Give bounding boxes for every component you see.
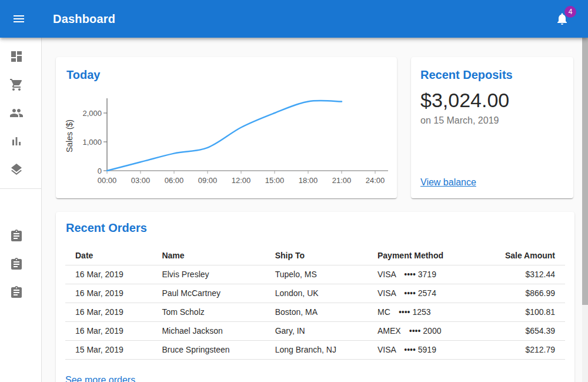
- sidebar-item-reports[interactable]: [0, 127, 41, 155]
- sidebar-item-customers[interactable]: [0, 99, 41, 127]
- svg-text:0: 0: [98, 167, 102, 175]
- table-cell: Gary, IN: [266, 321, 368, 340]
- appbar: Dashboard 4: [0, 0, 588, 38]
- table-header-cell: Ship To: [266, 246, 368, 265]
- deposits-card-title: Recent Deposits: [420, 67, 513, 83]
- scrollbar-track[interactable]: [582, 38, 588, 382]
- table-cell: VISA ⠀•••• 5919: [368, 340, 496, 359]
- table-row: 15 Mar, 2019Bruce SpringsteenLong Branch…: [65, 340, 565, 359]
- orders-card-title: Recent Orders: [66, 220, 574, 236]
- sidebar: [0, 0, 42, 382]
- table-header-cell: Date: [65, 246, 152, 265]
- svg-text:12:00: 12:00: [232, 176, 251, 185]
- table-cell: Bruce Springsteen: [152, 340, 265, 359]
- table-cell: 16 Mar, 2019: [65, 265, 152, 284]
- deposit-amount: $3,024.00: [420, 88, 509, 112]
- table-cell: $100.81: [496, 303, 565, 321]
- sidebar-item-integrations[interactable]: [0, 155, 41, 184]
- svg-text:2,000: 2,000: [82, 109, 102, 118]
- table-cell: London, UK: [266, 284, 368, 303]
- recent-orders-card: Recent Orders DateNameShip ToPayment Met…: [56, 212, 574, 382]
- table-cell: $312.44: [496, 265, 565, 284]
- table-cell: $654.39: [496, 321, 565, 340]
- shopping-cart-icon: [9, 78, 24, 92]
- table-cell: MC ⠀•••• 1253: [368, 303, 496, 321]
- today-card: Today 01,0002,00000:0003:0006:0009:0012:…: [56, 57, 397, 198]
- table-cell: VISA ⠀•••• 2574: [368, 284, 496, 303]
- table-cell: $866.99: [496, 284, 565, 303]
- table-cell: Tom Scholz: [152, 303, 265, 321]
- page-title: Dashboard: [53, 0, 115, 38]
- sidebar-item-dashboard[interactable]: [0, 42, 41, 71]
- sidebar-item-report-2[interactable]: [0, 250, 41, 278]
- notification-badge: 4: [564, 6, 576, 18]
- svg-text:21:00: 21:00: [332, 176, 352, 185]
- sales-line-chart: 01,0002,00000:0003:0006:0009:0012:0015:0…: [61, 88, 392, 194]
- table-cell: 16 Mar, 2019: [65, 284, 152, 303]
- sidebar-item-orders[interactable]: [0, 71, 41, 99]
- dashboard-icon: [9, 49, 24, 64]
- people-icon: [9, 106, 24, 120]
- table-row: 16 Mar, 2019Michael JacksonGary, INAMEX …: [65, 321, 565, 340]
- table-row: 16 Mar, 2019Tom ScholzBoston, MAMC ⠀••••…: [65, 303, 565, 321]
- see-more-orders-link[interactable]: See more orders: [65, 375, 135, 382]
- hamburger-icon: [12, 12, 26, 26]
- sidebar-item-report-3[interactable]: [0, 278, 41, 307]
- table-cell: VISA ⠀•••• 3719: [368, 265, 496, 284]
- svg-text:06:00: 06:00: [165, 176, 184, 185]
- table-cell: Boston, MA: [266, 303, 368, 321]
- orders-table-body: 16 Mar, 2019Elvis PresleyTupelo, MSVISA …: [65, 265, 565, 359]
- table-cell: 16 Mar, 2019: [65, 321, 152, 340]
- assignment-icon: [9, 285, 24, 300]
- assignment-icon: [9, 257, 24, 271]
- table-header-row: DateNameShip ToPayment MethodSale Amount: [65, 246, 565, 265]
- table-cell: 16 Mar, 2019: [65, 303, 152, 321]
- svg-text:00:00: 00:00: [98, 176, 117, 185]
- table-cell: AMEX ⠀•••• 2000: [368, 321, 496, 340]
- today-card-title: Today: [66, 67, 100, 83]
- svg-text:Sales ($): Sales ($): [65, 119, 74, 152]
- sidebar-item-report-1[interactable]: [0, 222, 41, 250]
- table-row: 16 Mar, 2019Elvis PresleyTupelo, MSVISA …: [65, 265, 565, 284]
- bar-chart-icon: [9, 134, 24, 148]
- recent-deposits-card: Recent Deposits $3,024.00 on 15 March, 2…: [411, 57, 573, 198]
- svg-text:24:00: 24:00: [366, 176, 385, 185]
- table-cell: Tupelo, MS: [266, 265, 368, 284]
- deposit-date: on 15 March, 2019: [420, 115, 499, 126]
- table-row: 16 Mar, 2019Paul McCartneyLondon, UKVISA…: [65, 284, 565, 303]
- layers-icon: [9, 162, 24, 177]
- view-balance-link[interactable]: View balance: [420, 177, 476, 188]
- table-cell: Elvis Presley: [152, 265, 265, 284]
- table-header-cell: Name: [152, 246, 265, 265]
- svg-text:18:00: 18:00: [299, 176, 318, 185]
- notifications-button[interactable]: 4: [555, 12, 569, 26]
- svg-text:09:00: 09:00: [198, 176, 218, 185]
- svg-text:1,000: 1,000: [82, 138, 102, 147]
- menu-button[interactable]: [12, 12, 26, 26]
- scrollbar-thumb[interactable]: [582, 38, 588, 305]
- table-cell: 15 Mar, 2019: [65, 340, 152, 359]
- assignment-icon: [9, 229, 24, 243]
- table-cell: Paul McCartney: [152, 284, 265, 303]
- table-header-cell: Sale Amount: [496, 246, 565, 265]
- svg-text:03:00: 03:00: [131, 176, 151, 185]
- table-cell: Michael Jackson: [152, 321, 265, 340]
- table-cell: Long Branch, NJ: [266, 340, 368, 359]
- table-header-cell: Payment Method: [368, 246, 496, 265]
- orders-table: DateNameShip ToPayment MethodSale Amount…: [65, 246, 565, 360]
- svg-text:15:00: 15:00: [265, 176, 285, 185]
- sidebar-divider: [0, 188, 41, 189]
- table-cell: $212.79: [496, 340, 565, 359]
